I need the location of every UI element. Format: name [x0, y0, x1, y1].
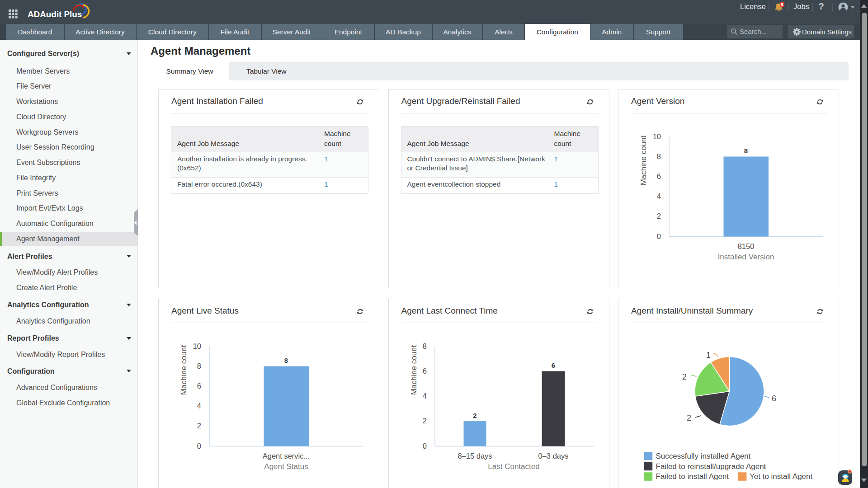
- svg-text:8: 8: [657, 152, 661, 160]
- svg-text:6: 6: [551, 361, 555, 369]
- svg-text:6: 6: [657, 172, 661, 180]
- svg-text:6: 6: [197, 382, 201, 390]
- svg-text:6: 6: [772, 394, 776, 403]
- svg-text:Failed to reinstall/upgrade Ag: Failed to reinstall/upgrade Agent: [656, 462, 766, 470]
- svg-text:2: 2: [197, 422, 201, 430]
- svg-text:4: 4: [422, 392, 426, 400]
- svg-text:8150: 8150: [738, 242, 755, 250]
- svg-text:2: 2: [682, 372, 687, 381]
- svg-text:Yet to install Agent: Yet to install Agent: [750, 472, 813, 481]
- svg-text:0: 0: [657, 232, 661, 240]
- svg-text:Machine count: Machine count: [179, 345, 188, 395]
- svg-text:1: 1: [706, 351, 711, 360]
- svg-text:10: 10: [193, 342, 201, 350]
- svg-text:8–15 days: 8–15 days: [458, 452, 492, 460]
- svg-text:4: 4: [657, 192, 661, 200]
- svg-text:2: 2: [473, 412, 476, 419]
- svg-text:0: 0: [422, 442, 426, 450]
- svg-text:Successfully installed Agent: Successfully installed Agent: [656, 452, 751, 460]
- svg-text:Agent Status: Agent Status: [264, 462, 308, 471]
- svg-text:Machine count: Machine count: [639, 135, 648, 185]
- svg-text:2: 2: [422, 417, 426, 425]
- svg-text:2: 2: [687, 413, 691, 422]
- svg-text:10: 10: [653, 132, 661, 141]
- svg-text:2: 2: [657, 212, 661, 220]
- svg-text:0–3 days: 0–3 days: [538, 452, 568, 460]
- svg-text:6: 6: [422, 367, 426, 375]
- svg-text:Failed to install Agent: Failed to install Agent: [656, 472, 729, 481]
- svg-text:Agent servic...: Agent servic...: [263, 452, 310, 460]
- svg-text:Installed Version: Installed Version: [718, 253, 774, 261]
- svg-text:8: 8: [422, 342, 426, 350]
- svg-text:Machine count: Machine count: [410, 345, 418, 395]
- svg-text:4: 4: [197, 402, 201, 410]
- svg-text:8: 8: [744, 147, 748, 155]
- svg-text:8: 8: [284, 357, 288, 364]
- svg-text:8: 8: [197, 362, 201, 370]
- svg-text:Last Contacted: Last Contacted: [488, 462, 539, 471]
- svg-text:0: 0: [197, 442, 201, 450]
